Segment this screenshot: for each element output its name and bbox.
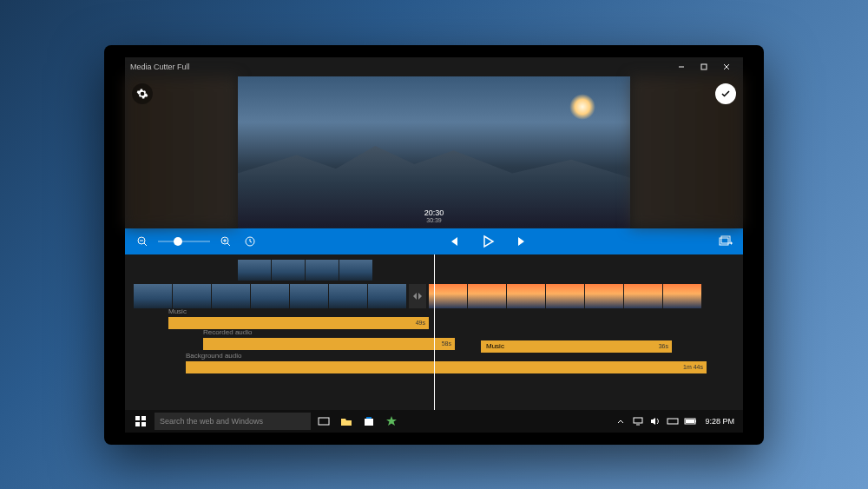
video-thumb[interactable] xyxy=(507,284,545,308)
video-thumb[interactable] xyxy=(329,284,367,308)
preview-frame[interactable] xyxy=(238,76,630,228)
transport-bar xyxy=(125,228,743,254)
audio-label-background: Background audio xyxy=(186,352,242,360)
timer-button[interactable] xyxy=(241,233,259,250)
skip-back-icon xyxy=(447,235,459,248)
tray-network[interactable] xyxy=(632,415,644,427)
play-button[interactable] xyxy=(479,233,496,250)
svg-line-6 xyxy=(144,243,147,246)
star-icon xyxy=(386,416,397,426)
taskbar: Search the web and Windows 9:28 PM xyxy=(125,410,743,433)
start-button[interactable] xyxy=(130,413,151,430)
audio-track-recorded[interactable]: 58s xyxy=(203,338,455,350)
video-thumb[interactable] xyxy=(585,284,623,308)
svg-rect-1 xyxy=(701,64,707,69)
svg-rect-21 xyxy=(141,422,146,426)
video-track-top xyxy=(238,260,734,281)
tray-chevron[interactable] xyxy=(615,415,627,427)
video-thumb[interactable] xyxy=(238,260,271,281)
keyboard-icon xyxy=(667,417,679,426)
clock-icon xyxy=(245,236,255,247)
device-bezel: Media Cutter Full 20:30 30:39 xyxy=(104,45,764,445)
svg-rect-23 xyxy=(365,419,373,426)
clip-group-1[interactable] xyxy=(238,260,372,281)
audio-duration-music1: 49s xyxy=(416,320,425,326)
folder-icon xyxy=(340,416,352,426)
zoom-out-icon xyxy=(137,236,148,247)
svg-rect-26 xyxy=(667,419,678,424)
tray-volume[interactable] xyxy=(649,415,661,427)
svg-line-10 xyxy=(227,243,230,246)
audio-duration-recorded: 58s xyxy=(442,340,451,347)
gear-icon xyxy=(136,88,148,100)
settings-button[interactable] xyxy=(132,83,153,104)
tray-battery[interactable] xyxy=(684,415,696,427)
battery-icon xyxy=(684,418,696,425)
app-body: 20:30 30:39 xyxy=(125,76,743,410)
video-thumb[interactable] xyxy=(212,284,250,308)
video-thumb[interactable] xyxy=(339,260,372,281)
svg-rect-18 xyxy=(135,416,140,420)
transition-marker[interactable] xyxy=(409,284,426,308)
zoom-out-button[interactable] xyxy=(134,233,151,250)
svg-rect-24 xyxy=(634,418,642,423)
app-button[interactable] xyxy=(382,413,401,430)
video-thumb[interactable] xyxy=(663,284,701,308)
audio-track-background[interactable]: 1m 44s xyxy=(186,361,707,373)
video-thumb[interactable] xyxy=(306,260,339,281)
timeline[interactable]: Music 49s Recorded audio 58s Music 36s B… xyxy=(125,254,743,410)
video-thumb[interactable] xyxy=(290,284,328,308)
video-thumb[interactable] xyxy=(624,284,662,308)
close-button[interactable] xyxy=(715,58,738,76)
video-thumb[interactable] xyxy=(468,284,506,308)
previous-button[interactable] xyxy=(444,233,462,250)
video-thumb[interactable] xyxy=(272,260,305,281)
video-thumb[interactable] xyxy=(173,284,211,308)
svg-rect-19 xyxy=(141,416,146,420)
audio-duration-music2: 36s xyxy=(659,343,668,349)
timecode-display: 20:30 30:39 xyxy=(424,208,444,223)
audio-track-music2[interactable]: Music 36s xyxy=(481,340,672,353)
system-tray: 9:28 PM xyxy=(615,415,738,427)
svg-rect-29 xyxy=(695,420,696,422)
clip-group-2[interactable] xyxy=(134,284,406,308)
taskview-button[interactable] xyxy=(314,413,333,430)
maximize-button[interactable] xyxy=(693,58,715,76)
taskbar-search[interactable]: Search the web and Windows xyxy=(155,413,311,430)
audio-track-music1[interactable]: 49s xyxy=(168,317,429,329)
transport-left xyxy=(134,233,259,250)
transport-center xyxy=(259,233,717,250)
svg-rect-20 xyxy=(135,422,140,426)
file-explorer-button[interactable] xyxy=(337,413,356,430)
video-thumb[interactable] xyxy=(546,284,584,308)
video-thumb[interactable] xyxy=(134,284,172,308)
playhead[interactable] xyxy=(434,254,435,410)
add-media-button[interactable] xyxy=(717,233,734,250)
clip-group-3[interactable] xyxy=(429,284,701,308)
minimize-button[interactable] xyxy=(670,58,693,76)
taskview-icon xyxy=(318,416,330,426)
store-icon xyxy=(364,416,374,426)
windows-icon xyxy=(135,416,146,426)
screen: Media Cutter Full 20:30 30:39 xyxy=(125,57,743,433)
taskbar-clock[interactable]: 9:28 PM xyxy=(701,417,738,426)
zoom-in-icon xyxy=(220,236,231,247)
store-button[interactable] xyxy=(359,413,378,430)
audio-duration-background: 1m 44s xyxy=(683,364,703,370)
transport-right xyxy=(717,233,734,250)
zoom-in-button[interactable] xyxy=(217,233,234,250)
zoom-thumb[interactable] xyxy=(174,237,182,246)
search-placeholder: Search the web and Windows xyxy=(160,417,263,426)
confirm-button[interactable] xyxy=(715,83,736,104)
audio-inline-label-music2: Music xyxy=(486,342,504,350)
tray-keyboard[interactable] xyxy=(667,415,679,427)
next-button[interactable] xyxy=(514,233,531,250)
svg-rect-28 xyxy=(686,420,694,423)
video-thumb[interactable] xyxy=(251,284,289,308)
audio-label-recorded: Recorded audio xyxy=(203,328,252,336)
timecode-total: 30:39 xyxy=(424,217,444,223)
zoom-slider[interactable] xyxy=(158,241,210,242)
audio-label-music1: Music xyxy=(168,307,187,315)
video-thumb[interactable] xyxy=(368,284,406,308)
svg-line-13 xyxy=(250,241,252,242)
